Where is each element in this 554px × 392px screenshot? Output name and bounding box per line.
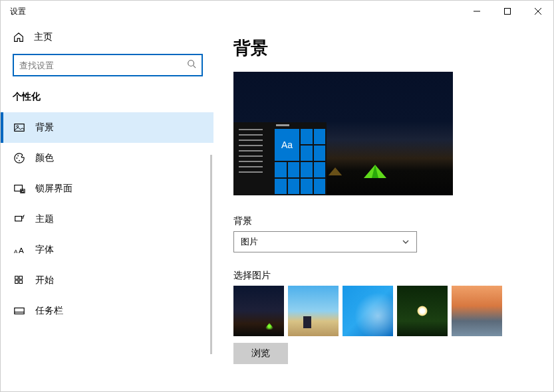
nav-item-start[interactable]: 开始 <box>1 265 213 296</box>
nav-item-colors[interactable]: 颜色 <box>1 143 213 173</box>
thumbnail-2[interactable] <box>288 286 339 336</box>
nav-list: 背景 颜色 锁屏界面 主题 AA 字体 开始 <box>1 112 213 326</box>
nav-item-label: 主题 <box>35 213 54 225</box>
titlebar: 设置 <box>1 1 553 22</box>
thumbnail-3[interactable] <box>343 286 393 336</box>
brush-icon <box>13 213 26 226</box>
home-button[interactable]: 主页 <box>1 26 213 49</box>
minimize-button[interactable] <box>462 1 492 22</box>
window-controls <box>462 1 553 22</box>
svg-rect-14 <box>15 217 22 221</box>
maximize-icon <box>504 8 511 15</box>
background-type-value: 图片 <box>241 236 258 248</box>
nav-item-label: 任务栏 <box>35 305 63 317</box>
background-type-select[interactable]: 图片 <box>233 231 417 252</box>
choose-image-label: 选择图片 <box>233 270 533 282</box>
svg-rect-20 <box>19 280 23 284</box>
nav-item-label: 开始 <box>35 274 54 286</box>
nav-item-themes[interactable]: 主题 <box>1 204 213 235</box>
background-type-label: 背景 <box>233 215 533 227</box>
grid-icon <box>13 274 26 287</box>
window-title: 设置 <box>10 6 26 17</box>
chevron-down-icon <box>402 238 410 246</box>
font-icon: AA <box>13 243 26 256</box>
close-button[interactable] <box>523 1 553 22</box>
search-input-wrap[interactable] <box>13 54 203 76</box>
thumbnail-5[interactable] <box>452 286 502 336</box>
close-icon <box>535 8 541 15</box>
main-content: 背景 Aa 背景 图片 <box>213 22 553 391</box>
svg-rect-6 <box>15 124 24 132</box>
nav-item-label: 字体 <box>35 244 54 256</box>
svg-rect-17 <box>15 276 19 280</box>
nav-item-lockscreen[interactable]: 锁屏界面 <box>1 173 213 204</box>
nav-item-fonts[interactable]: AA 字体 <box>1 235 213 265</box>
preview-tile-text: Aa <box>275 129 299 161</box>
sidebar: 主页 个性化 背景 颜色 锁屏界面 <box>1 22 213 391</box>
svg-text:A: A <box>19 246 24 254</box>
svg-rect-21 <box>15 308 24 314</box>
picture-icon <box>13 121 26 134</box>
page-title: 背景 <box>233 37 533 60</box>
nav-item-label: 背景 <box>35 122 54 134</box>
svg-point-7 <box>17 126 19 128</box>
nav-item-label: 锁屏界面 <box>35 183 72 195</box>
home-label: 主页 <box>34 31 53 43</box>
svg-rect-1 <box>505 9 511 15</box>
svg-point-10 <box>19 160 20 161</box>
thumbnail-4[interactable] <box>397 286 448 336</box>
preview-start-menu: Aa <box>233 122 327 195</box>
search-icon <box>187 59 196 71</box>
svg-point-4 <box>188 60 194 66</box>
palette-icon <box>13 151 26 165</box>
nav-item-taskbar[interactable]: 任务栏 <box>1 296 213 326</box>
nav-item-background[interactable]: 背景 <box>1 112 213 143</box>
taskbar-icon <box>13 304 26 318</box>
desktop-preview: Aa <box>233 72 453 195</box>
minimize-icon <box>474 8 480 15</box>
scrollbar[interactable] <box>210 155 212 354</box>
maximize-button[interactable] <box>492 1 523 22</box>
svg-point-8 <box>17 157 18 159</box>
svg-rect-18 <box>19 276 23 280</box>
nav-item-label: 颜色 <box>35 152 54 164</box>
svg-point-9 <box>17 155 19 157</box>
thumbnail-1[interactable] <box>233 286 284 336</box>
category-header: 个性化 <box>1 87 213 112</box>
svg-text:A: A <box>14 248 18 254</box>
home-icon <box>13 31 25 43</box>
image-thumbnails <box>233 286 533 336</box>
lockscreen-icon <box>13 182 26 195</box>
svg-line-5 <box>194 66 196 68</box>
svg-rect-19 <box>15 280 19 284</box>
browse-button[interactable]: 浏览 <box>233 343 288 364</box>
search-input[interactable] <box>19 60 187 70</box>
